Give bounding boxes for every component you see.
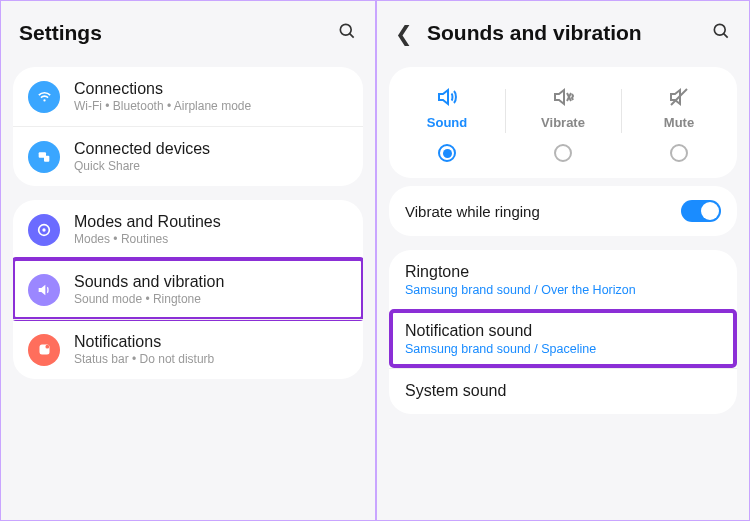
modes-icon	[28, 214, 60, 246]
sounds-header: ❮ Sounds and vibration	[377, 1, 749, 67]
ringtone-item[interactable]: Ringtone Samsung brand sound / Over the …	[389, 250, 737, 309]
notification-sound-item[interactable]: Notification sound Samsung brand sound /…	[391, 311, 735, 366]
vibrate-icon	[550, 85, 576, 109]
radio-selected[interactable]	[438, 144, 456, 162]
sound-mode-selector: Sound Vibrate Mute	[389, 67, 737, 178]
page-title: Settings	[19, 21, 337, 45]
list-item-title: System sound	[405, 382, 721, 400]
wifi-icon	[28, 81, 60, 113]
notifications-icon	[28, 334, 60, 366]
svg-rect-4	[44, 155, 49, 161]
mode-option-mute[interactable]: Mute	[621, 85, 737, 162]
settings-item-subtitle: Status bar • Do not disturb	[74, 352, 348, 366]
settings-item-title: Connections	[74, 80, 348, 98]
speaker-icon	[434, 85, 460, 109]
settings-item-title: Modes and Routines	[74, 213, 348, 231]
settings-item-modes-routines[interactable]: Modes and Routines Modes • Routines	[13, 200, 363, 259]
radio-unselected[interactable]	[554, 144, 572, 162]
settings-item-sounds-vibration[interactable]: Sounds and vibration Sound mode • Ringto…	[13, 259, 363, 319]
toggle-switch-on[interactable]	[681, 200, 721, 222]
settings-item-title: Sounds and vibration	[74, 273, 348, 291]
page-title: Sounds and vibration	[427, 21, 711, 45]
list-item-title: Notification sound	[405, 322, 721, 340]
settings-screen: Settings Connections Wi-Fi • Bluetooth •…	[0, 0, 376, 521]
vibrate-while-ringing-row[interactable]: Vibrate while ringing	[389, 186, 737, 236]
settings-item-notifications[interactable]: Notifications Status bar • Do not distur…	[13, 319, 363, 379]
devices-icon	[28, 141, 60, 173]
sound-settings-list: Ringtone Samsung brand sound / Over the …	[389, 250, 737, 414]
settings-item-title: Notifications	[74, 333, 348, 351]
settings-group: Modes and Routines Modes • Routines Soun…	[13, 200, 363, 379]
svg-line-10	[724, 34, 728, 38]
mode-option-vibrate[interactable]: Vibrate	[505, 85, 621, 162]
settings-item-subtitle: Wi-Fi • Bluetooth • Airplane mode	[74, 99, 348, 113]
list-item-subtitle: Samsung brand sound / Spaceline	[405, 342, 721, 356]
settings-group: Connections Wi-Fi • Bluetooth • Airplane…	[13, 67, 363, 186]
sounds-vibration-screen: ❮ Sounds and vibration Sound Vibrate Mut…	[376, 0, 750, 521]
mute-icon	[666, 85, 692, 109]
svg-point-8	[45, 345, 49, 349]
search-icon[interactable]	[711, 21, 731, 45]
settings-header: Settings	[1, 1, 375, 67]
settings-item-connections[interactable]: Connections Wi-Fi • Bluetooth • Airplane…	[13, 67, 363, 126]
settings-item-connected-devices[interactable]: Connected devices Quick Share	[13, 126, 363, 186]
list-item-title: Ringtone	[405, 263, 721, 281]
switch-label: Vibrate while ringing	[405, 203, 681, 220]
svg-line-1	[350, 34, 354, 38]
mode-label: Vibrate	[541, 115, 585, 130]
list-item-subtitle: Samsung brand sound / Over the Horizon	[405, 283, 721, 297]
settings-item-subtitle: Sound mode • Ringtone	[74, 292, 348, 306]
sound-icon	[28, 274, 60, 306]
settings-item-subtitle: Modes • Routines	[74, 232, 348, 246]
mode-label: Mute	[664, 115, 694, 130]
search-icon[interactable]	[337, 21, 357, 45]
mode-label: Sound	[427, 115, 467, 130]
svg-point-6	[42, 228, 45, 231]
system-sound-item[interactable]: System sound	[389, 368, 737, 414]
svg-point-9	[714, 24, 725, 35]
svg-point-0	[340, 24, 351, 35]
svg-point-2	[43, 99, 45, 101]
back-icon[interactable]: ❮	[395, 23, 413, 44]
radio-unselected[interactable]	[670, 144, 688, 162]
settings-item-title: Connected devices	[74, 140, 348, 158]
mode-option-sound[interactable]: Sound	[389, 85, 505, 162]
settings-item-subtitle: Quick Share	[74, 159, 348, 173]
